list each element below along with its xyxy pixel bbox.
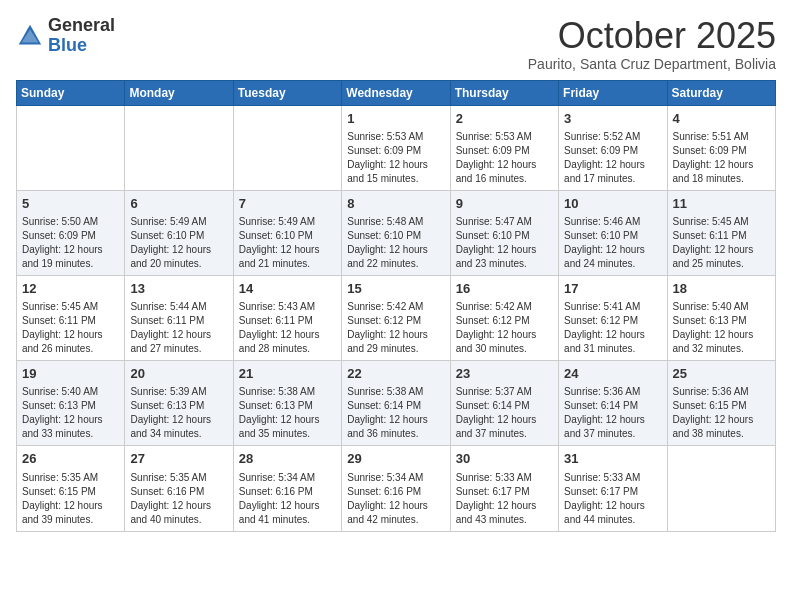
cell-content-line: and 15 minutes. (347, 172, 444, 186)
cell-content-line: Daylight: 12 hours (347, 499, 444, 513)
cell-content-line: Daylight: 12 hours (564, 328, 661, 342)
calendar-cell: 15Sunrise: 5:42 AMSunset: 6:12 PMDayligh… (342, 275, 450, 360)
day-number: 18 (673, 280, 770, 298)
cell-content-line: Daylight: 12 hours (564, 158, 661, 172)
day-number: 16 (456, 280, 553, 298)
cell-content-line: and 36 minutes. (347, 427, 444, 441)
col-monday: Monday (125, 80, 233, 105)
cell-content-line: Sunrise: 5:51 AM (673, 130, 770, 144)
cell-content-line: Daylight: 12 hours (239, 243, 336, 257)
cell-content-line: Sunset: 6:13 PM (22, 399, 119, 413)
cell-content-line: Daylight: 12 hours (673, 413, 770, 427)
cell-content-line: and 21 minutes. (239, 257, 336, 271)
cell-content-line: Sunrise: 5:42 AM (347, 300, 444, 314)
cell-content-line: Daylight: 12 hours (130, 413, 227, 427)
cell-content-line: Daylight: 12 hours (347, 413, 444, 427)
cell-content-line: Daylight: 12 hours (564, 413, 661, 427)
cell-content-line: Daylight: 12 hours (239, 499, 336, 513)
header-row: Sunday Monday Tuesday Wednesday Thursday… (17, 80, 776, 105)
calendar-cell: 10Sunrise: 5:46 AMSunset: 6:10 PMDayligh… (559, 190, 667, 275)
cell-content-line: Daylight: 12 hours (130, 328, 227, 342)
day-number: 8 (347, 195, 444, 213)
cell-content-line: and 20 minutes. (130, 257, 227, 271)
logo: General Blue (16, 16, 115, 56)
cell-content-line: Sunset: 6:13 PM (130, 399, 227, 413)
calendar-cell: 26Sunrise: 5:35 AMSunset: 6:15 PMDayligh… (17, 446, 125, 531)
cell-content-line: Sunrise: 5:40 AM (673, 300, 770, 314)
calendar-cell: 9Sunrise: 5:47 AMSunset: 6:10 PMDaylight… (450, 190, 558, 275)
cell-content-line: Daylight: 12 hours (22, 243, 119, 257)
cell-content-line: Sunset: 6:10 PM (564, 229, 661, 243)
col-thursday: Thursday (450, 80, 558, 105)
calendar-cell: 2Sunrise: 5:53 AMSunset: 6:09 PMDaylight… (450, 105, 558, 190)
cell-content-line: Sunrise: 5:49 AM (130, 215, 227, 229)
logo-text: General Blue (48, 16, 115, 56)
cell-content-line: Sunrise: 5:52 AM (564, 130, 661, 144)
day-number: 1 (347, 110, 444, 128)
cell-content-line: and 44 minutes. (564, 513, 661, 527)
cell-content-line: Sunrise: 5:41 AM (564, 300, 661, 314)
cell-content-line: and 34 minutes. (130, 427, 227, 441)
day-number: 22 (347, 365, 444, 383)
cell-content-line: Daylight: 12 hours (239, 328, 336, 342)
cell-content-line: Sunset: 6:17 PM (564, 485, 661, 499)
day-number: 20 (130, 365, 227, 383)
cell-content-line: Sunset: 6:15 PM (22, 485, 119, 499)
cell-content-line: Daylight: 12 hours (456, 499, 553, 513)
cell-content-line: Daylight: 12 hours (564, 499, 661, 513)
cell-content-line: Sunset: 6:17 PM (456, 485, 553, 499)
cell-content-line: Daylight: 12 hours (347, 158, 444, 172)
cell-content-line: Daylight: 12 hours (22, 499, 119, 513)
cell-content-line: and 35 minutes. (239, 427, 336, 441)
col-friday: Friday (559, 80, 667, 105)
day-number: 26 (22, 450, 119, 468)
cell-content-line: Daylight: 12 hours (456, 243, 553, 257)
logo-blue: Blue (48, 35, 87, 55)
cell-content-line: and 33 minutes. (22, 427, 119, 441)
cell-content-line: Sunrise: 5:36 AM (564, 385, 661, 399)
day-number: 4 (673, 110, 770, 128)
cell-content-line: Sunset: 6:10 PM (130, 229, 227, 243)
cell-content-line: Daylight: 12 hours (347, 243, 444, 257)
cell-content-line: Sunset: 6:13 PM (673, 314, 770, 328)
cell-content-line: Sunset: 6:16 PM (130, 485, 227, 499)
calendar-cell: 29Sunrise: 5:34 AMSunset: 6:16 PMDayligh… (342, 446, 450, 531)
cell-content-line: and 16 minutes. (456, 172, 553, 186)
calendar-week-5: 26Sunrise: 5:35 AMSunset: 6:15 PMDayligh… (17, 446, 776, 531)
day-number: 23 (456, 365, 553, 383)
day-number: 14 (239, 280, 336, 298)
cell-content-line: Sunset: 6:11 PM (673, 229, 770, 243)
calendar-cell: 22Sunrise: 5:38 AMSunset: 6:14 PMDayligh… (342, 361, 450, 446)
cell-content-line: Sunset: 6:11 PM (22, 314, 119, 328)
cell-content-line: and 25 minutes. (673, 257, 770, 271)
calendar-cell: 20Sunrise: 5:39 AMSunset: 6:13 PMDayligh… (125, 361, 233, 446)
calendar-cell: 21Sunrise: 5:38 AMSunset: 6:13 PMDayligh… (233, 361, 341, 446)
cell-content-line: Sunrise: 5:45 AM (673, 215, 770, 229)
cell-content-line: Sunset: 6:15 PM (673, 399, 770, 413)
cell-content-line: Sunset: 6:13 PM (239, 399, 336, 413)
cell-content-line: and 32 minutes. (673, 342, 770, 356)
cell-content-line: Sunrise: 5:33 AM (564, 471, 661, 485)
calendar-cell: 23Sunrise: 5:37 AMSunset: 6:14 PMDayligh… (450, 361, 558, 446)
cell-content-line: Daylight: 12 hours (22, 413, 119, 427)
calendar-table: Sunday Monday Tuesday Wednesday Thursday… (16, 80, 776, 532)
cell-content-line: Sunset: 6:16 PM (347, 485, 444, 499)
calendar-cell: 8Sunrise: 5:48 AMSunset: 6:10 PMDaylight… (342, 190, 450, 275)
calendar-cell (17, 105, 125, 190)
cell-content-line: and 38 minutes. (673, 427, 770, 441)
cell-content-line: Sunrise: 5:53 AM (347, 130, 444, 144)
calendar-cell (233, 105, 341, 190)
cell-content-line: and 41 minutes. (239, 513, 336, 527)
calendar-cell: 17Sunrise: 5:41 AMSunset: 6:12 PMDayligh… (559, 275, 667, 360)
day-number: 11 (673, 195, 770, 213)
title-block: October 2025 Paurito, Santa Cruz Departm… (528, 16, 776, 72)
calendar-cell (667, 446, 775, 531)
calendar-cell: 19Sunrise: 5:40 AMSunset: 6:13 PMDayligh… (17, 361, 125, 446)
logo-general: General (48, 15, 115, 35)
page-header: General Blue October 2025 Paurito, Santa… (16, 16, 776, 72)
calendar-cell: 27Sunrise: 5:35 AMSunset: 6:16 PMDayligh… (125, 446, 233, 531)
day-number: 31 (564, 450, 661, 468)
cell-content-line: Sunset: 6:16 PM (239, 485, 336, 499)
day-number: 5 (22, 195, 119, 213)
cell-content-line: Sunrise: 5:42 AM (456, 300, 553, 314)
